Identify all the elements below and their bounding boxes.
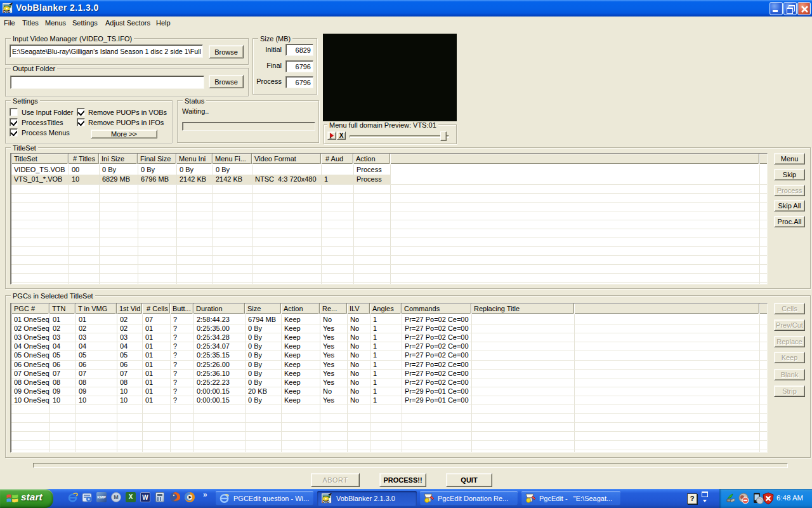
svg-text:DVD: DVD [322, 500, 329, 504]
svg-text:DVD: DVD [3, 10, 10, 13]
